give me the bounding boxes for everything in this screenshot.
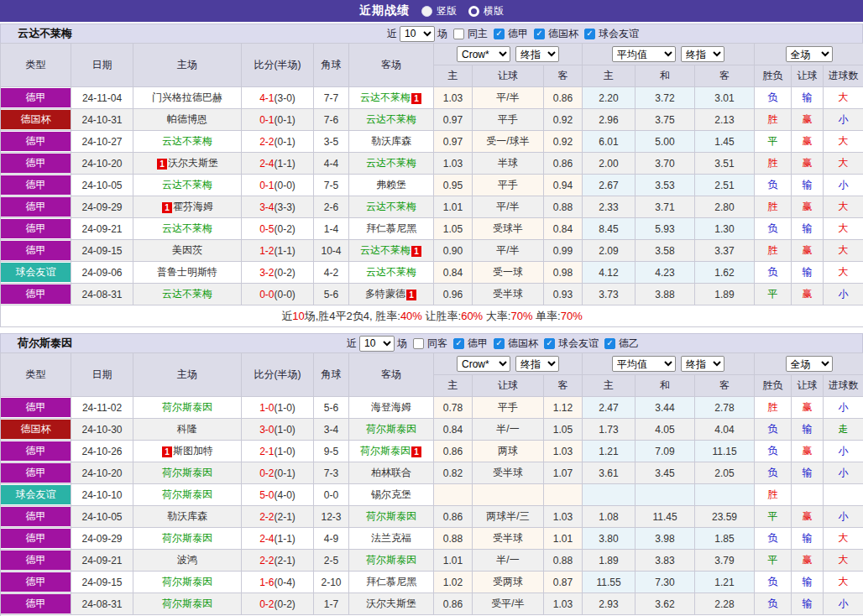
home-team-link[interactable]: 帕德博恩 [167, 113, 207, 125]
final-index-select[interactable]: 终指 [515, 356, 559, 372]
full-time-score[interactable]: 3-2 [259, 267, 274, 279]
away-team-link[interactable]: 云达不莱梅1 [360, 244, 422, 256]
league-checkbox[interactable]: ✓ [494, 29, 505, 39]
away-team-link[interactable]: 拜仁慕尼黑 [366, 576, 416, 587]
home-team-link[interactable]: 波鸿 [177, 554, 197, 566]
same-side-checkbox[interactable] [453, 29, 464, 39]
away-team-link[interactable]: 锡尔克堡 [371, 488, 411, 500]
league-checkbox[interactable]: ✓ [494, 338, 505, 349]
radio-vertical[interactable]: 竖版 [421, 4, 457, 18]
away-team-link[interactable]: 云达不莱梅 [366, 266, 416, 278]
home-team-link[interactable]: 荷尔斯泰因 [162, 467, 212, 478]
full-time-score[interactable]: 5-0 [259, 489, 274, 501]
home-team-link[interactable]: 荷尔斯泰因 [162, 598, 212, 609]
final-index-select[interactable]: 终指 [681, 356, 724, 372]
home-team-link[interactable]: 美因茨 [172, 244, 202, 256]
away-team-link[interactable]: 拜仁慕尼黑 [366, 222, 416, 234]
corner-count: 4-2 [314, 262, 349, 284]
radio-horizontal[interactable]: 横版 [468, 4, 504, 18]
match-date: 24-10-27 [71, 131, 133, 153]
home-team-cell: 美因茨 [133, 240, 242, 262]
away-team-link[interactable]: 云达不莱梅 [366, 113, 416, 125]
away-team-link[interactable]: 弗赖堡 [376, 179, 406, 191]
league-checkbox[interactable]: ✓ [604, 338, 615, 349]
full-time-score[interactable]: 2-4 [259, 533, 274, 545]
radio-unselected-icon[interactable] [468, 6, 479, 17]
league-checkbox[interactable]: ✓ [534, 29, 545, 39]
odds-home: 1.03 [434, 87, 473, 109]
home-team-link[interactable]: 荷尔斯泰因 [162, 488, 212, 500]
odds-home: 0.86 [434, 506, 473, 528]
full-time-score[interactable]: 2-2 [259, 511, 274, 523]
full-time-score[interactable]: 0-2 [259, 467, 274, 479]
same-side-checkbox[interactable] [413, 338, 424, 349]
away-team-link[interactable]: 荷尔斯泰因1 [360, 445, 422, 457]
full-time-score[interactable]: 3-4 [259, 201, 274, 213]
full-time-score[interactable]: 1-6 [259, 577, 274, 588]
full-time-score[interactable]: 4-1 [259, 92, 274, 104]
full-time-score[interactable]: 2-1 [259, 446, 274, 457]
league-checkbox[interactable]: ✓ [453, 338, 464, 349]
league-checkbox[interactable]: ✓ [584, 29, 595, 39]
handicap-result-value: 输 [792, 87, 824, 109]
avg-away: 3.51 [695, 153, 755, 175]
full-time-score[interactable]: 0-1 [259, 180, 274, 191]
handicap-result-value: 赢 [792, 153, 824, 175]
away-team-link[interactable]: 云达不莱梅 [366, 157, 416, 169]
handicap-result-value: 输 [792, 528, 824, 550]
summary-segment: 近 [281, 310, 292, 322]
full-time-score[interactable]: 2-2 [259, 136, 274, 148]
home-team-link[interactable]: 荷尔斯泰因 [162, 576, 212, 587]
radio-selected-icon[interactable] [421, 6, 432, 17]
full-time-score[interactable]: 0-0 [259, 289, 274, 300]
away-team-link[interactable]: 荷尔斯泰因 [366, 510, 416, 522]
final-index-select[interactable]: 终指 [515, 46, 559, 62]
away-team-link[interactable]: 沃尔夫斯堡 [366, 598, 416, 609]
home-team-link[interactable]: 云达不莱梅 [162, 222, 212, 234]
match-count-select[interactable]: 10 [400, 26, 435, 42]
home-team-link[interactable]: 荷尔斯泰因 [162, 401, 212, 413]
home-team-link[interactable]: 1沃尔夫斯堡 [156, 157, 218, 169]
away-team-link[interactable]: 荷尔斯泰因 [366, 423, 416, 435]
home-team-link[interactable]: 门兴格拉德巴赫 [152, 91, 222, 103]
average-select[interactable]: 平均值 [612, 46, 676, 62]
home-team-link[interactable]: 荷尔斯泰因 [162, 532, 212, 544]
final-index-select[interactable]: 终指 [681, 46, 724, 62]
away-team-link[interactable]: 荷尔斯泰因 [366, 554, 416, 566]
average-select[interactable]: 平均值 [612, 356, 676, 372]
full-time-score[interactable]: 0-5 [259, 223, 274, 235]
full-time-score[interactable]: 1-0 [259, 402, 274, 414]
away-team-link[interactable]: 海登海姆 [371, 401, 411, 413]
full-time-score[interactable]: 2-2 [259, 555, 274, 566]
home-team-link[interactable]: 云达不莱梅 [162, 135, 212, 147]
scope-select[interactable]: 全场 [786, 356, 833, 372]
bookmaker-select[interactable]: Crow* [457, 46, 510, 62]
home-team-link[interactable]: 普鲁士明斯特 [157, 266, 217, 278]
away-team-link[interactable]: 云达不莱梅1 [360, 91, 422, 103]
full-time-score[interactable]: 2-4 [259, 158, 274, 170]
full-time-score[interactable]: 0-1 [259, 114, 274, 126]
full-time-score[interactable]: 0-2 [259, 598, 274, 610]
match-count-select[interactable]: 10 [359, 336, 395, 352]
bookmaker-select[interactable]: Crow* [457, 356, 510, 372]
away-team-link[interactable]: 多特蒙德1 [365, 288, 417, 300]
away-team-link[interactable]: 云达不莱梅 [366, 201, 416, 212]
away-team-link[interactable]: 勒沃库森 [371, 135, 411, 147]
home-team-link[interactable]: 云达不莱梅 [162, 288, 212, 300]
home-team-link[interactable]: 1斯图加特 [161, 445, 213, 457]
home-team-link[interactable]: 1霍芬海姆 [161, 201, 213, 212]
home-team-link[interactable]: 勒沃库森 [167, 510, 207, 522]
league-cell: 德国杯 [1, 419, 71, 441]
away-team-link[interactable]: 柏林联合 [371, 467, 411, 478]
full-time-score[interactable]: 3-0 [259, 424, 274, 436]
header-result: 胜负 [755, 375, 792, 397]
home-team-link[interactable]: 云达不莱梅 [162, 179, 212, 191]
league-checkbox[interactable]: ✓ [544, 338, 555, 349]
home-team-cell: 勒沃库森 [133, 506, 242, 528]
scope-select[interactable]: 全场 [786, 46, 833, 62]
home-team-link[interactable]: 科隆 [177, 423, 197, 435]
home-team-cell: 云达不莱梅 [133, 175, 242, 196]
away-team-link[interactable]: 法兰克福 [371, 532, 411, 544]
odds-home: 1.01 [434, 196, 473, 218]
full-time-score[interactable]: 1-2 [259, 245, 274, 257]
